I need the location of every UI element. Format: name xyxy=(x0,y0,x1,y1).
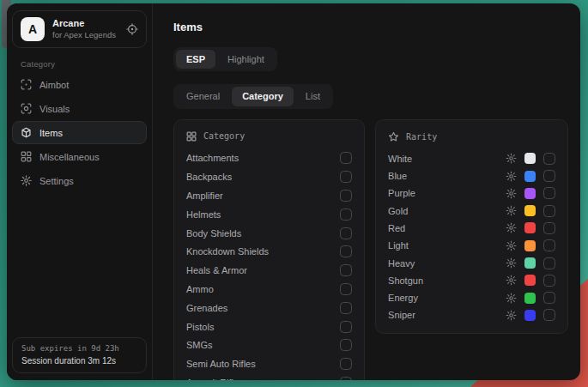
mode-esp-button[interactable]: ESP xyxy=(176,50,215,69)
grid-icon xyxy=(186,131,197,142)
brand-card: A Arcane for Apex Legends xyxy=(12,10,147,48)
rarity-color-swatch[interactable] xyxy=(524,240,536,251)
category-checkbox[interactable] xyxy=(340,152,352,164)
rarity-checkbox[interactable] xyxy=(543,275,555,287)
sidebar-item-aimbot[interactable]: Aimbot xyxy=(12,73,147,96)
rarity-checkbox[interactable] xyxy=(543,205,555,217)
category-checkbox[interactable] xyxy=(340,283,352,295)
rarity-label: Energy xyxy=(388,293,418,303)
rarity-checkbox[interactable] xyxy=(543,153,555,165)
sidebar-item-label: Settings xyxy=(39,176,74,186)
rarity-color-swatch[interactable] xyxy=(524,171,536,182)
rarity-checkbox[interactable] xyxy=(543,257,555,269)
brand-subtitle: for Apex Legends xyxy=(52,30,116,40)
category-panel: Category Attachments Backpacks Amplifier… xyxy=(173,119,365,380)
category-checkbox[interactable] xyxy=(340,171,352,183)
category-label: Attachments xyxy=(186,153,239,163)
gear-icon xyxy=(21,175,32,186)
rarity-label: Gold xyxy=(388,206,408,216)
rarity-gear-icon[interactable] xyxy=(506,293,517,304)
rarity-gear-icon[interactable] xyxy=(506,275,517,286)
sidebar-item-items[interactable]: Items xyxy=(12,121,147,144)
category-checkbox[interactable] xyxy=(340,358,352,370)
tab-list[interactable]: List xyxy=(295,87,330,106)
rarity-gear-icon[interactable] xyxy=(506,257,517,269)
category-row: Amplifier xyxy=(186,186,352,205)
category-row: Semi Auto Rifles xyxy=(186,354,352,373)
tab-category[interactable]: Category xyxy=(232,87,294,106)
category-label: Knockdown Shields xyxy=(186,246,269,257)
rarity-checkbox[interactable] xyxy=(543,292,555,304)
rarity-checkbox[interactable] xyxy=(543,309,555,321)
grid-layout-icon xyxy=(21,151,32,162)
esp-highlight-toggle: ESP Highlight xyxy=(173,47,277,71)
rarity-panel: Rarity White Blue xyxy=(375,119,568,334)
rarity-row: Heavy xyxy=(388,254,555,271)
category-label: SMGs xyxy=(186,340,213,350)
category-label: Body Shields xyxy=(186,228,241,239)
category-checkbox[interactable] xyxy=(340,190,352,202)
rarity-color-swatch[interactable] xyxy=(524,275,536,286)
rarity-color-swatch[interactable] xyxy=(524,257,536,269)
rarity-checkbox[interactable] xyxy=(543,222,555,234)
rarity-gear-icon[interactable] xyxy=(506,222,517,233)
rarity-row: Red xyxy=(388,220,555,237)
rarity-label: Blue xyxy=(388,171,407,181)
brand-text: Arcane for Apex Legends xyxy=(52,18,116,40)
rarity-row: Purple xyxy=(388,184,555,202)
category-checkbox[interactable] xyxy=(340,302,352,314)
rarity-color-swatch[interactable] xyxy=(524,205,536,216)
rarity-label: Light xyxy=(388,240,409,251)
rarity-gear-icon[interactable] xyxy=(506,153,517,164)
category-checkbox[interactable] xyxy=(340,245,352,257)
rarity-checkbox[interactable] xyxy=(543,187,555,199)
rarity-row: Sniper xyxy=(388,306,555,324)
rarity-row: Shotgun xyxy=(388,272,555,289)
sidebar-item-settings[interactable]: Settings xyxy=(12,169,147,192)
category-label: Pistols xyxy=(186,322,214,332)
category-row: Backpacks xyxy=(186,167,352,186)
rarity-row: White xyxy=(388,150,555,167)
rarity-panel-title: Rarity xyxy=(406,132,437,142)
category-checkbox[interactable] xyxy=(340,227,352,239)
rarity-checkbox[interactable] xyxy=(543,170,555,182)
category-label: Helmets xyxy=(186,209,221,220)
rarity-gear-icon[interactable] xyxy=(506,240,517,251)
rarity-row: Blue xyxy=(388,167,555,184)
rarity-label: Red xyxy=(388,223,405,233)
sub-expiry-text: Sub expires in 9d 23h xyxy=(21,344,137,353)
category-label: Ammo xyxy=(186,284,214,294)
crosshair-settings-icon[interactable] xyxy=(126,23,138,35)
category-label: Semi Auto Rifles xyxy=(186,359,256,369)
rarity-gear-icon[interactable] xyxy=(506,188,517,199)
rarity-color-swatch[interactable] xyxy=(524,153,536,164)
category-checkbox[interactable] xyxy=(340,377,352,380)
rarity-color-swatch[interactable] xyxy=(524,293,536,304)
category-row: Assault Rifles xyxy=(186,373,352,380)
category-checkbox[interactable] xyxy=(340,321,352,333)
sidebar-item-label: Aimbot xyxy=(39,80,69,90)
category-panel-header: Category xyxy=(186,129,352,149)
tab-general[interactable]: General xyxy=(176,87,230,106)
category-checkbox[interactable] xyxy=(340,339,352,351)
items-tab-bar: General Category List xyxy=(173,84,333,108)
category-row: Heals & Armor xyxy=(186,261,352,280)
sidebar-section-label: Category xyxy=(21,59,149,69)
rarity-color-swatch[interactable] xyxy=(524,188,536,199)
session-duration-text: Session duration 3m 12s xyxy=(21,356,137,366)
sidebar-item-visuals[interactable]: Visuals xyxy=(12,97,147,120)
rarity-gear-icon[interactable] xyxy=(506,205,517,216)
rarity-color-swatch[interactable] xyxy=(524,222,536,233)
rarity-gear-icon[interactable] xyxy=(506,310,517,321)
category-checkbox[interactable] xyxy=(340,209,352,221)
rarity-checkbox[interactable] xyxy=(543,239,555,251)
rarity-color-swatch[interactable] xyxy=(524,310,536,321)
sidebar-item-miscellaneous[interactable]: Miscellaneous xyxy=(12,145,147,168)
eye-scan-icon xyxy=(21,103,32,114)
rarity-gear-icon[interactable] xyxy=(506,171,517,182)
rarity-row: Light xyxy=(388,237,555,254)
category-checkbox[interactable] xyxy=(340,264,352,276)
category-label: Heals & Armor xyxy=(186,265,247,275)
mode-highlight-button[interactable]: Highlight xyxy=(217,50,275,69)
rarity-label: White xyxy=(388,154,412,164)
